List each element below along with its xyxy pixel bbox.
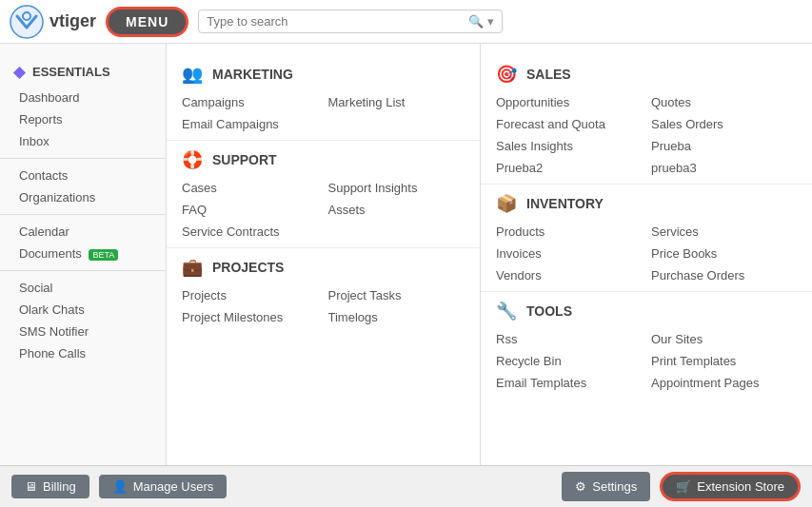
sidebar-item-dashboard[interactable]: Dashboard xyxy=(0,87,166,108)
marketing-section: MARKETING Campaigns Email Campaigns Mark… xyxy=(167,55,480,141)
menu-item-sales-insights[interactable]: Sales Insights xyxy=(496,138,642,154)
menu-item-sales-orders[interactable]: Sales Orders xyxy=(651,116,797,132)
menu-item-email-campaigns[interactable]: Email Campaigns xyxy=(182,116,319,132)
sidebar-item-contacts[interactable]: Contacts xyxy=(0,165,166,186)
dropdown-left: MARKETING Campaigns Email Campaigns Mark… xyxy=(167,44,481,465)
inventory-items: Products Invoices Vendors Services Price… xyxy=(496,224,797,283)
settings-button[interactable]: ⚙ Settings xyxy=(562,472,650,501)
menu-item-price-books[interactable]: Price Books xyxy=(651,245,797,262)
logo-area: vtiger xyxy=(10,5,96,39)
marketing-icon xyxy=(182,63,203,85)
projects-label: PROJECTS xyxy=(212,260,284,275)
projects-icon xyxy=(182,256,203,278)
projects-col1: Projects Project Milestones xyxy=(182,287,319,325)
sidebar-item-organizations[interactable]: Organizations xyxy=(0,186,166,208)
sidebar-item-inbox[interactable]: Inbox xyxy=(0,130,166,152)
menu-item-products[interactable]: Products xyxy=(496,224,642,240)
tools-header: TOOLS xyxy=(496,300,797,322)
menu-item-service-contracts[interactable]: Service Contracts xyxy=(182,224,319,240)
menu-item-project-milestones[interactable]: Project Milestones xyxy=(182,309,319,325)
sidebar-item-olark[interactable]: Olark Chats xyxy=(0,299,166,321)
footer-left: 🖥 Billing 👤 Manage Users xyxy=(11,475,227,498)
sidebar-item-phone[interactable]: Phone Calls xyxy=(0,342,166,364)
sidebar-item-sms[interactable]: SMS Notifier xyxy=(0,321,166,342)
menu-item-campaigns[interactable]: Campaigns xyxy=(182,94,319,110)
inventory-col2: Services Price Books Purchase Orders xyxy=(651,224,797,283)
sidebar-section-header: ESSENTIALS xyxy=(0,57,166,87)
inventory-col1: Products Invoices Vendors xyxy=(496,224,642,283)
menu-item-cases[interactable]: Cases xyxy=(182,180,319,196)
billing-button[interactable]: 🖥 Billing xyxy=(11,475,89,498)
menu-item-timelogs[interactable]: Timelogs xyxy=(328,309,465,325)
manage-users-button[interactable]: 👤 Manage Users xyxy=(99,475,228,498)
sidebar-essentials-section: ESSENTIALS Dashboard Reports Inbox Conta… xyxy=(0,53,166,368)
projects-section: PROJECTS Projects Project Milestones Pro… xyxy=(167,248,480,333)
menu-item-services[interactable]: Services xyxy=(651,224,797,240)
billing-label: Billing xyxy=(43,479,76,494)
extension-store-button[interactable]: 🛒 Extension Store xyxy=(660,472,801,501)
search-input[interactable] xyxy=(207,14,463,29)
tools-icon xyxy=(496,300,517,322)
inventory-icon xyxy=(496,192,517,214)
search-bar: 🔍 ▾ xyxy=(198,10,503,33)
support-section: SUPPORT Cases FAQ Service Contracts Supp… xyxy=(167,141,480,248)
sidebar-divider-3 xyxy=(0,270,166,271)
menu-item-prueba3[interactable]: prueba3 xyxy=(651,160,797,176)
menu-item-invoices[interactable]: Invoices xyxy=(496,245,642,262)
menu-item-opportunities[interactable]: Opportunities xyxy=(496,94,642,110)
menu-item-recycle-bin[interactable]: Recycle Bin xyxy=(496,353,642,369)
menu-item-assets[interactable]: Assets xyxy=(328,202,465,218)
support-header: SUPPORT xyxy=(182,148,465,170)
main-layout: ESSENTIALS Dashboard Reports Inbox Conta… xyxy=(0,44,812,465)
marketing-col1: Campaigns Email Campaigns xyxy=(182,94,319,132)
sidebar-item-social[interactable]: Social xyxy=(0,277,166,299)
tools-section: TOOLS Rss Recycle Bin Email Templates Ou… xyxy=(481,292,812,399)
marketing-col2: Marketing List xyxy=(328,94,465,132)
manage-users-label: Manage Users xyxy=(133,479,214,494)
search-icon[interactable]: 🔍 xyxy=(468,14,484,29)
menu-item-rss[interactable]: Rss xyxy=(496,331,642,347)
support-col1: Cases FAQ Service Contracts xyxy=(182,180,319,240)
manage-users-icon: 👤 xyxy=(112,479,128,494)
sales-items: Opportunities Forecast and Quota Sales I… xyxy=(496,94,797,176)
sidebar-item-documents[interactable]: Documents BETA xyxy=(0,243,166,264)
menu-item-email-templates[interactable]: Email Templates xyxy=(496,375,642,391)
support-icon xyxy=(182,148,203,170)
menu-item-appointment-pages[interactable]: Appointment Pages xyxy=(651,375,797,391)
sales-col1: Opportunities Forecast and Quota Sales I… xyxy=(496,94,642,176)
menu-item-forecast[interactable]: Forecast and Quota xyxy=(496,116,642,132)
support-col2: Support Insights Assets xyxy=(328,180,465,240)
tools-col1: Rss Recycle Bin Email Templates xyxy=(496,331,642,391)
beta-badge: BETA xyxy=(89,249,118,261)
support-label: SUPPORT xyxy=(212,152,277,167)
menu-item-our-sites[interactable]: Our Sites xyxy=(651,331,797,347)
projects-col2: Project Tasks Timelogs xyxy=(328,287,465,325)
vtiger-logo xyxy=(10,5,44,39)
menu-item-purchase-orders[interactable]: Purchase Orders xyxy=(651,267,797,283)
menu-button[interactable]: MENU xyxy=(106,7,188,37)
dropdown-right: SALES Opportunities Forecast and Quota S… xyxy=(481,44,812,465)
chevron-down-icon[interactable]: ▾ xyxy=(487,14,494,29)
menu-item-marketing-list[interactable]: Marketing List xyxy=(328,94,465,110)
menu-item-quotes[interactable]: Quotes xyxy=(651,94,797,110)
sales-col2: Quotes Sales Orders Prueba prueba3 xyxy=(651,94,797,176)
menu-item-prueba2[interactable]: Prueba2 xyxy=(496,160,642,176)
tools-label: TOOLS xyxy=(526,303,572,319)
menu-item-faq[interactable]: FAQ xyxy=(182,202,319,218)
menu-item-print-templates[interactable]: Print Templates xyxy=(651,353,797,369)
footer-right: ⚙ Settings 🛒 Extension Store xyxy=(562,472,801,501)
menu-item-projects[interactable]: Projects xyxy=(182,287,319,303)
sidebar-item-calendar[interactable]: Calendar xyxy=(0,221,166,243)
sidebar-item-reports[interactable]: Reports xyxy=(0,108,166,130)
billing-icon: 🖥 xyxy=(25,479,37,494)
sidebar-divider-2 xyxy=(0,214,166,215)
menu-item-support-insights[interactable]: Support Insights xyxy=(328,180,465,196)
footer: 🖥 Billing 👤 Manage Users ⚙ Settings 🛒 Ex… xyxy=(0,465,812,507)
menu-item-project-tasks[interactable]: Project Tasks xyxy=(328,287,465,303)
sales-icon xyxy=(496,63,517,85)
brand-name: vtiger xyxy=(50,11,96,31)
menu-item-prueba[interactable]: Prueba xyxy=(651,138,797,154)
sidebar: ESSENTIALS Dashboard Reports Inbox Conta… xyxy=(0,44,167,465)
projects-header: PROJECTS xyxy=(182,256,465,278)
menu-item-vendors[interactable]: Vendors xyxy=(496,267,642,283)
